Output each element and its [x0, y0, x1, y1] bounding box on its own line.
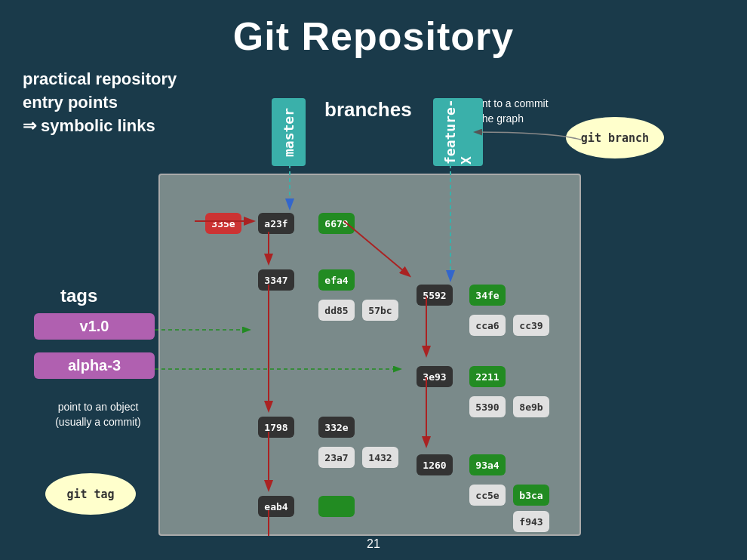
commit-a23f: a23f: [258, 213, 294, 234]
commit-2211: 5390: [469, 396, 506, 417]
commit-f943: eab4: [258, 496, 294, 517]
commit-cc39: 3e93: [417, 366, 453, 387]
commit-5592: 34fe: [469, 285, 506, 306]
commit-93a4: cc5e: [469, 485, 506, 506]
commit-332e: 23a7: [318, 447, 355, 468]
commit-601a: 5592: [417, 285, 453, 306]
commit-cc5e: b3ca: [513, 485, 549, 506]
commit-1260: 93a4: [469, 454, 506, 475]
commit-335e: 335e: [205, 213, 241, 234]
commit-3e93: 2211: [469, 366, 506, 387]
commit-5390: 8e9b: [513, 396, 549, 417]
subtitle: practical repository entry points ⇒ symb…: [23, 68, 177, 137]
commit-efa4: efa4: [318, 269, 355, 291]
branches-label: branches: [324, 98, 412, 122]
branch-featurex: feature-X: [433, 98, 483, 166]
commit-cca6: cc39: [513, 315, 549, 336]
tags-label: tags: [60, 285, 97, 306]
commit-b3ca: f943: [513, 511, 549, 532]
git-branch-callout: git branch: [566, 117, 664, 158]
graph-area: 335e a23f 6679 3347 efa4 dd85 57bc 5592 …: [158, 174, 581, 536]
commit-1798: 332e: [318, 417, 355, 438]
commit-23a7: 1432: [362, 447, 398, 468]
commit-1432: 1260: [417, 454, 453, 475]
commit-57bc: 57bc: [362, 300, 398, 321]
commit-6679: 6679: [318, 213, 355, 234]
commit-8e9b: 1798: [258, 417, 294, 438]
git-tag-callout: git tag: [45, 473, 136, 515]
commit-dd85: dd85: [318, 300, 355, 321]
point-to-object-label: point to an object (usually a commit): [45, 400, 151, 429]
commit-3347: 3347: [258, 269, 294, 291]
branch-master: master: [272, 98, 306, 166]
commit-eab4: [318, 496, 355, 517]
page-title: Git Repository: [0, 0, 747, 59]
commit-34fe: cca6: [469, 315, 506, 336]
page-number: 21: [0, 537, 747, 551]
tag-v10: v1.0: [34, 313, 155, 340]
tag-alpha3: alpha-3: [34, 352, 155, 379]
